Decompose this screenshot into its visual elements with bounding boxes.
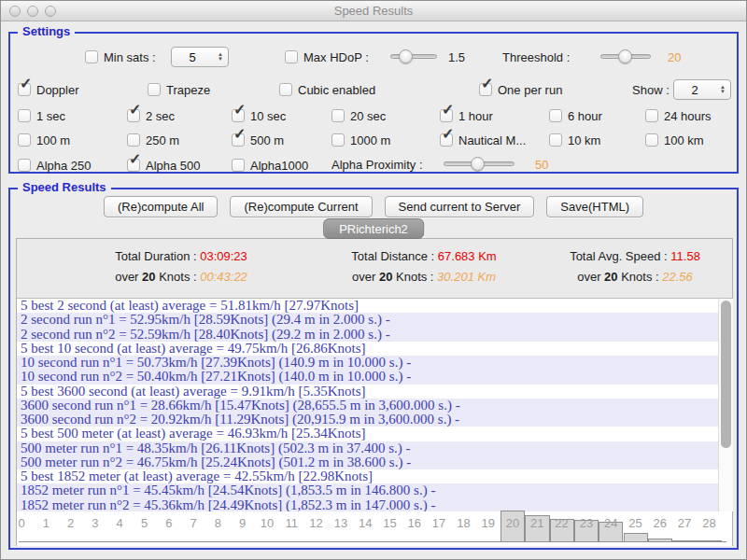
checkbox-500-m[interactable]: ✓500 m	[232, 132, 331, 148]
result-line[interactable]: 10 second run n°2 = 50.40km/h [27.21Knot…	[17, 370, 718, 384]
stepper-down-icon[interactable]: ▼	[720, 90, 726, 94]
result-line[interactable]: 5 best 500 meter (at least) average = 46…	[17, 427, 718, 441]
max-hdop-slider[interactable]	[390, 49, 437, 63]
result-line[interactable]: 5 best 1852 meter (at least) average = 4…	[17, 469, 718, 483]
checkbox-box	[549, 109, 562, 122]
checkbox-nautical-m[interactable]: ✓Nautical M...	[440, 132, 549, 148]
recompute-all-button[interactable]: (Re)compute All	[104, 196, 218, 217]
checkbox-1-hour[interactable]: ✓1 hour	[440, 107, 549, 124]
result-line[interactable]: 3600 second run n°1 = 28.66km/h [15.47Kn…	[17, 399, 718, 413]
slider-thumb[interactable]	[471, 157, 485, 171]
checkbox-10-km[interactable]: 10 km	[549, 132, 645, 148]
histogram-label: 25	[624, 516, 648, 530]
trapeze-checkbox[interactable]: Trapeze	[148, 81, 210, 98]
checkbox-24-hours[interactable]: 24 hours	[645, 107, 733, 124]
one-per-run-label: One per run	[498, 83, 562, 97]
check-icon: ✓	[129, 152, 141, 167]
checkbox-100-m-label: 100 m	[36, 133, 70, 147]
check-icon: ✓	[481, 77, 493, 91]
send-to-server-button[interactable]: Send current to Server	[385, 196, 535, 217]
checkbox-10-sec[interactable]: ✓10 sec	[232, 107, 331, 124]
histogram-label: 4	[107, 516, 132, 530]
result-line[interactable]: 2 second run n°2 = 52.59km/h [28.40Knots…	[17, 328, 718, 342]
recompute-current-button[interactable]: (Re)compute Current	[230, 196, 372, 217]
settings-group: Settings Min sats : 5 ▲ ▼ Max HDoP : 1.5…	[8, 32, 739, 174]
result-line[interactable]: 1852 meter run n°2 = 45.36km/h [24.49Kno…	[17, 498, 718, 512]
result-line[interactable]: 5 best 10 second (at least) average = 49…	[17, 342, 718, 356]
total-avg-speed-column: Total Avg. Speed : 11.58 over 20 Knots :…	[536, 239, 734, 298]
total-duration-column: Total Duration : 03:09:23 over 20 Knots …	[17, 239, 345, 298]
min-sats-checkbox[interactable]: Min sats :	[85, 49, 156, 65]
check-icon: ✓	[20, 77, 32, 91]
checkbox-250-m[interactable]: 250 m	[127, 132, 232, 148]
result-line[interactable]: 500 meter run n°2 = 46.75km/h [25.24Knot…	[17, 455, 718, 469]
checkbox-10-sec-label: 10 sec	[250, 109, 286, 123]
one-per-run-checkbox[interactable]: ✓ One per run	[479, 81, 562, 98]
max-hdop-checkbox[interactable]: Max HDoP :	[285, 49, 369, 65]
check-icon: ✓	[233, 127, 246, 142]
checkbox-24-hours-label: 24 hours	[664, 109, 712, 123]
checkbox-6-hour-label: 6 hour	[568, 109, 602, 123]
result-line[interactable]: 10 second run n°1 = 50.73km/h [27.39Knot…	[17, 356, 718, 370]
doppler-checkbox[interactable]: ✓ Doppler	[18, 81, 79, 98]
slider-thumb[interactable]	[618, 49, 632, 63]
result-line[interactable]: 5 best 2 second (at least) average = 51.…	[17, 299, 718, 313]
result-line[interactable]: 3600 second run n°2 = 20.92km/h [11.29Kn…	[17, 413, 718, 427]
scrollbar-thumb[interactable]	[721, 301, 731, 448]
checkbox-box: ✓	[127, 159, 140, 172]
histogram-label: 15	[378, 516, 402, 530]
checkbox-alpha-500-label: Alpha 500	[146, 159, 201, 173]
histogram-label: 14	[353, 516, 377, 530]
stepper-arrows: ▲ ▼	[715, 85, 730, 94]
checkbox-alpha-250[interactable]: Alpha 250	[18, 157, 92, 174]
alpha-proximity-slider[interactable]	[444, 157, 514, 171]
checkbox-20-sec[interactable]: 20 sec	[331, 107, 440, 124]
checkbox-box	[18, 159, 31, 172]
checkbox-box: ✓	[232, 109, 245, 122]
checkbox-alpha1000[interactable]: Alpha1000	[232, 157, 308, 174]
checkbox-1-sec[interactable]: 1 sec	[18, 107, 127, 124]
checkbox-box	[645, 109, 658, 122]
show-stepper[interactable]: 2 ▲ ▼	[673, 79, 731, 100]
histogram-label: 11	[279, 516, 303, 530]
over-label-post: Knots :	[392, 270, 437, 284]
result-line[interactable]: 5 best 3600 second (at least) average = …	[17, 385, 718, 399]
window-title: Speed Results	[1, 4, 746, 18]
checkbox-100-m[interactable]: 100 m	[18, 132, 127, 148]
stepper-arrows: ▲ ▼	[213, 52, 228, 62]
cubic-enabled-checkbox[interactable]: Cubic enabled	[279, 81, 375, 98]
checkbox-1000-m[interactable]: 1000 m	[331, 132, 440, 148]
total-distance-label: Total Distance :	[351, 249, 438, 263]
result-line[interactable]: 1852 meter run n°1 = 45.45km/h [24.54Kno…	[17, 483, 718, 497]
tab-prichterich2[interactable]: PRichterich2	[323, 218, 424, 239]
min-sats-value: 5	[172, 50, 213, 64]
over-duration-value: 00:43:22	[200, 270, 247, 284]
histogram-label: 8	[205, 516, 230, 530]
checkbox-100-km[interactable]: 100 km	[645, 132, 733, 148]
result-line[interactable]: 500 meter run n°1 = 48.35km/h [26.11Knot…	[17, 441, 718, 455]
histogram-label: 5	[133, 516, 157, 530]
checkbox-2-sec[interactable]: ✓2 sec	[127, 107, 232, 124]
histogram-label: 13	[329, 516, 353, 530]
settings-group-label: Settings	[18, 24, 75, 38]
checkbox-box: ✓	[440, 133, 453, 147]
total-duration-value: 03:09:23	[200, 249, 247, 263]
histogram-label: 19	[476, 516, 500, 530]
min-sats-stepper[interactable]: 5 ▲ ▼	[171, 47, 229, 67]
stepper-down-icon[interactable]: ▼	[218, 57, 223, 62]
histogram-label: 10	[255, 516, 279, 530]
checkbox-6-hour[interactable]: 6 hour	[549, 107, 645, 124]
checkbox-alpha-500[interactable]: ✓Alpha 500	[127, 157, 201, 174]
distance-checkbox-row: 100 m250 m✓500 m1000 m✓Nautical M...10 k…	[18, 132, 733, 148]
check-icon: ✓	[233, 103, 246, 118]
histogram-label: 7	[181, 516, 205, 530]
save-html-button[interactable]: Save(HTML)	[546, 196, 643, 217]
check-icon: ✓	[442, 127, 454, 142]
speed-results-group: Speed Results (Re)compute All (Re)comput…	[8, 188, 739, 550]
scrollbar[interactable]	[718, 298, 733, 511]
checkbox-box	[18, 133, 31, 147]
result-line[interactable]: 2 second run n°1 = 52.95km/h [28.59Knots…	[17, 313, 718, 327]
threshold-slider[interactable]	[600, 49, 651, 63]
button-row: (Re)compute All (Re)compute Current Send…	[10, 196, 737, 217]
slider-thumb[interactable]	[399, 49, 413, 63]
